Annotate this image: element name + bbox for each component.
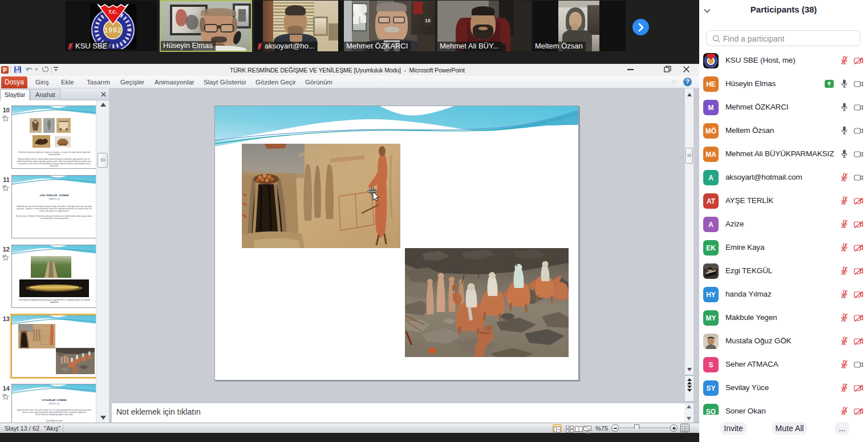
svg-text:1992: 1992 bbox=[104, 26, 122, 34]
svg-text:T.C.: T.C. bbox=[108, 9, 117, 15]
